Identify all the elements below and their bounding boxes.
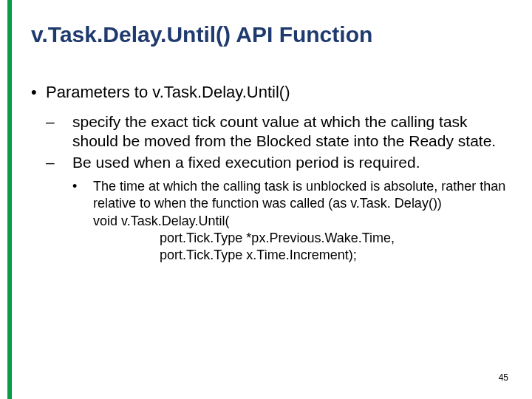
bullet-level-2-text: specify the exact tick count value at wh… <box>72 113 496 149</box>
code-line: port.Tick.Type x.Time.Increment); <box>93 247 510 264</box>
bullet-level-2: –specify the exact tick count value at w… <box>59 112 510 151</box>
code-line: port.Tick.Type *px.Previous.Wake.Time, <box>93 230 510 247</box>
page-number: 45 <box>499 372 508 383</box>
bullet-level-2-text: Be used when a fixed execution period is… <box>72 154 420 171</box>
bullet-level-3-text: The time at which the calling task is un… <box>93 179 505 211</box>
accent-bar <box>7 0 12 399</box>
code-block: void v.Task.Delay.Until( port.Tick.Type … <box>83 213 510 265</box>
bullet-dot-icon: • <box>83 178 93 195</box>
bullet-level-3: •The time at which the calling task is u… <box>83 178 510 213</box>
slide: v.Task.Delay.Until() API Function •Param… <box>0 0 532 399</box>
dash-icon: – <box>59 112 72 132</box>
dash-icon: – <box>59 153 72 172</box>
code-line: void v.Task.Delay.Until( <box>93 213 510 230</box>
bullet-level-1: •Parameters to v.Task.Delay.Until() <box>31 82 510 103</box>
slide-content: v.Task.Delay.Until() API Function •Param… <box>31 22 510 265</box>
bullet-dot-icon: • <box>31 82 46 103</box>
bullet-level-2: –Be used when a fixed execution period i… <box>59 153 510 172</box>
slide-title: v.Task.Delay.Until() API Function <box>31 22 510 48</box>
bullet-level-1-text: Parameters to v.Task.Delay.Until() <box>46 83 290 101</box>
